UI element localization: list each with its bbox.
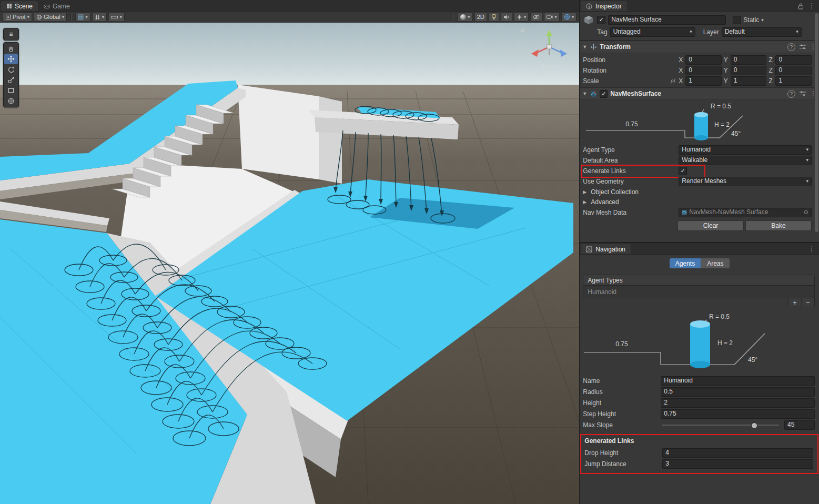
unity-editor: Scene Game Pivot ▾ bbox=[0, 0, 819, 504]
transform-header[interactable]: ▼ Transform ? ⋮ bbox=[580, 41, 819, 53]
kebab-menu-icon[interactable]: ⋮ bbox=[808, 2, 815, 9]
navmeshsurface-header[interactable]: ▼ ✓ NavMeshSurface ? bbox=[580, 87, 819, 100]
light-bulb-icon bbox=[491, 14, 497, 20]
rotation-y-field[interactable]: 0 bbox=[731, 66, 767, 75]
scene-gizmo[interactable]: Persp bbox=[525, 29, 573, 69]
drop-height-field[interactable]: 4 bbox=[662, 448, 813, 458]
check-icon: ✓ bbox=[601, 90, 606, 97]
constrain-proportions-icon[interactable] bbox=[670, 78, 676, 84]
snap-grid-dropdown[interactable]: ▾ bbox=[92, 12, 107, 22]
scale-z-field[interactable]: 1 bbox=[775, 76, 812, 86]
agent-step-height-field[interactable]: 0.75 bbox=[661, 409, 815, 419]
agent-height-field[interactable]: 2 bbox=[661, 398, 815, 408]
gameobject-name-field[interactable]: NavMesh Surface bbox=[608, 15, 726, 25]
default-area-dropdown[interactable]: Walkable ▾ bbox=[679, 156, 812, 165]
move-tool-button[interactable] bbox=[4, 54, 18, 64]
diagram-slope-label: 45° bbox=[748, 356, 757, 364]
position-z-field[interactable]: 0 bbox=[775, 55, 812, 65]
position-y-field[interactable]: 0 bbox=[731, 55, 767, 65]
foldout-open-icon[interactable]: ▼ bbox=[582, 44, 588, 49]
projection-label[interactable]: Persp bbox=[525, 63, 573, 69]
scene-visibility-toggle[interactable] bbox=[530, 12, 542, 22]
grid-visibility-dropdown[interactable]: ▾ bbox=[75, 12, 90, 22]
max-slope-field[interactable]: 45 bbox=[784, 420, 815, 430]
scale-x-field[interactable]: 1 bbox=[685, 76, 722, 86]
max-slope-slider-handle[interactable] bbox=[751, 422, 757, 429]
tab-inspector[interactable]: Inspector bbox=[581, 1, 626, 11]
view-hand-tool-button[interactable] bbox=[4, 43, 18, 54]
tab-navigation[interactable]: Navigation bbox=[581, 244, 631, 254]
remove-agent-button[interactable]: − bbox=[801, 298, 814, 307]
max-slope-slider[interactable] bbox=[662, 425, 779, 426]
agent-type-dropdown[interactable]: Humanoid ▾ bbox=[679, 145, 812, 155]
tab-game[interactable]: Game bbox=[38, 1, 75, 11]
static-flags-dropdown[interactable]: ▾ bbox=[761, 17, 764, 23]
bake-button[interactable]: Bake bbox=[745, 220, 812, 231]
layer-dropdown[interactable]: Default ▾ bbox=[722, 27, 802, 37]
tab-scene[interactable]: Scene bbox=[1, 1, 38, 11]
gizmos-dropdown[interactable]: ▾ bbox=[561, 12, 577, 22]
presets-icon[interactable] bbox=[800, 91, 806, 96]
overlay-menu-button[interactable]: ≡ bbox=[4, 29, 18, 39]
scrollbar-thumb[interactable] bbox=[815, 13, 818, 232]
effects-dropdown[interactable]: ▾ bbox=[514, 12, 529, 22]
snap-increment-dropdown[interactable]: ▾ bbox=[108, 12, 125, 22]
tag-value: Untagged bbox=[613, 28, 641, 36]
static-checkbox[interactable] bbox=[733, 16, 741, 24]
audio-toggle[interactable] bbox=[501, 12, 512, 22]
audio-muted-icon bbox=[503, 14, 510, 20]
lock-icon[interactable] bbox=[798, 3, 804, 9]
rect-tool-button[interactable] bbox=[4, 85, 18, 96]
diagram-step-label: 0.75 bbox=[616, 340, 629, 348]
tag-dropdown[interactable]: Untagged ▾ bbox=[610, 27, 695, 37]
object-collection-foldout[interactable]: ▶ Object Collection bbox=[580, 187, 819, 197]
generate-links-checkbox[interactable]: ✓ bbox=[679, 167, 687, 175]
globe-icon bbox=[36, 14, 42, 20]
render-mode-dropdown[interactable]: ▾ bbox=[458, 12, 473, 22]
help-icon[interactable]: ? bbox=[787, 43, 795, 51]
chevron-down-icon: ▾ bbox=[554, 14, 557, 19]
rotation-row: Rotation X 0 Y 0 Z 0 bbox=[580, 65, 819, 75]
2d-toggle[interactable]: 2D bbox=[474, 12, 487, 22]
rotation-z-field[interactable]: 0 bbox=[775, 66, 812, 75]
pivot-dropdown[interactable]: Pivot ▾ bbox=[3, 12, 32, 22]
scene-3d-render bbox=[0, 23, 579, 504]
rotate-tool-button[interactable] bbox=[4, 64, 18, 75]
overlays-handle[interactable]: ≡ bbox=[521, 28, 525, 33]
foldout-closed-icon: ▶ bbox=[583, 189, 588, 195]
position-x-field[interactable]: 0 bbox=[685, 55, 722, 65]
add-agent-button[interactable]: + bbox=[788, 298, 801, 307]
tab-areas[interactable]: Areas bbox=[701, 258, 729, 268]
rotation-x-field[interactable]: 0 bbox=[685, 66, 722, 75]
jump-distance-field[interactable]: 3 bbox=[662, 459, 813, 469]
nav-mesh-data-object-field[interactable]: NavMesh-NavMesh Surface ⊙ bbox=[679, 208, 812, 217]
use-geometry-dropdown[interactable]: Render Meshes ▾ bbox=[679, 177, 812, 186]
camera-settings-dropdown[interactable]: ▾ bbox=[544, 12, 560, 22]
agent-types-list: Agent Types Humanoid bbox=[583, 275, 815, 298]
generate-links-label: Generate Links bbox=[583, 167, 679, 175]
gameobject-active-checkbox[interactable]: ✓ bbox=[597, 16, 605, 24]
component-enabled-checkbox[interactable]: ✓ bbox=[600, 90, 608, 98]
scale-y-field[interactable]: 1 bbox=[731, 76, 767, 86]
tab-agents[interactable]: Agents bbox=[670, 258, 701, 268]
clear-button[interactable]: Clear bbox=[678, 220, 744, 231]
advanced-foldout[interactable]: ▶ Advanced bbox=[580, 197, 819, 207]
kebab-menu-icon[interactable]: ⋮ bbox=[808, 245, 815, 253]
presets-icon[interactable] bbox=[800, 44, 806, 49]
scale-tool-button[interactable] bbox=[4, 75, 18, 85]
global-dropdown[interactable]: Global ▾ bbox=[34, 12, 67, 22]
layer-value: Default bbox=[725, 28, 745, 36]
scene-viewport[interactable]: ≡ bbox=[0, 23, 579, 504]
lighting-toggle[interactable] bbox=[489, 12, 499, 22]
help-icon[interactable]: ? bbox=[787, 90, 795, 98]
ruler-icon bbox=[111, 14, 118, 20]
name-row: Name Humanoid bbox=[580, 376, 819, 386]
agent-radius-field[interactable]: 0.5 bbox=[661, 387, 815, 397]
y-axis-label: Y bbox=[724, 67, 729, 74]
agent-type-list-item[interactable]: Humanoid bbox=[583, 286, 814, 298]
chevron-down-icon: ▾ bbox=[27, 14, 29, 19]
foldout-open-icon[interactable]: ▼ bbox=[582, 91, 588, 96]
transform-tool-button[interactable] bbox=[4, 96, 18, 106]
agent-name-field[interactable]: Humanoid bbox=[661, 376, 815, 386]
object-picker-icon[interactable]: ⊙ bbox=[804, 208, 808, 216]
